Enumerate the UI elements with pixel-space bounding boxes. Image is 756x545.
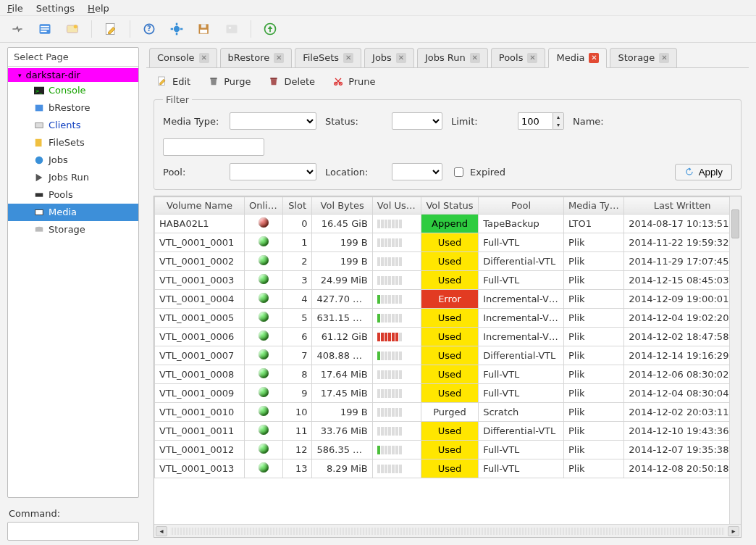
sidebar-item-jobs-run[interactable]: Jobs Run	[8, 169, 138, 186]
menu-help[interactable]: Help	[88, 3, 109, 14]
svg-rect-26	[35, 193, 43, 196]
col-volume-name[interactable]: Volume Name	[155, 197, 245, 215]
pool-select[interactable]	[230, 163, 316, 180]
table-row[interactable]: VTL_0001_0006661.12 GiBUsedIncremental-V…	[155, 328, 741, 346]
command-input[interactable]	[7, 522, 139, 541]
horizontal-scrollbar[interactable]: ◂ ▸	[154, 524, 741, 537]
tab-storage[interactable]: Storage✕	[610, 48, 677, 67]
tab-close-icon[interactable]: ✕	[343, 53, 353, 63]
expired-checkbox-wrap[interactable]: Expired	[451, 165, 509, 179]
table-row[interactable]: VTL_0001_00044427.70 MiBErrorIncremental…	[155, 290, 741, 309]
sidebar-item-pools[interactable]: Pools	[8, 186, 138, 204]
edit-doc-icon[interactable]	[101, 19, 121, 39]
table-row[interactable]: VTL_0001_00077408.88 MiBUsedDifferential…	[155, 346, 741, 365]
prune-button[interactable]: Prune	[332, 75, 375, 87]
tab-close-icon[interactable]: ✕	[527, 53, 537, 63]
col-vol-usage[interactable]: Vol Usage	[372, 197, 421, 215]
purge-button[interactable]: Purge	[208, 75, 251, 87]
image-icon[interactable]	[222, 19, 242, 39]
online-indicator-icon	[259, 293, 269, 303]
svg-text:?: ?	[147, 25, 151, 33]
apply-button[interactable]: Apply	[675, 164, 732, 180]
table-row[interactable]: VTL_0001_001212586.35 MiBUsedFull-VTLPli…	[155, 441, 741, 459]
expired-checkbox[interactable]	[454, 167, 463, 177]
svg-point-25	[35, 157, 43, 165]
col-last-written[interactable]: Last Written	[624, 197, 741, 215]
col-pool[interactable]: Pool	[479, 197, 564, 215]
help-icon[interactable]: ?	[139, 19, 159, 39]
online-indicator-icon	[259, 425, 269, 435]
online-indicator-icon	[259, 236, 269, 246]
tab-jobs[interactable]: Jobs✕	[364, 48, 414, 67]
col-online[interactable]: Online	[244, 197, 282, 215]
table-row[interactable]: VTL_0001_00022199 BUsedDifferential-VTLP…	[155, 252, 741, 271]
up-arrow-icon[interactable]	[260, 19, 280, 39]
scroll-right-icon[interactable]: ▸	[728, 526, 739, 536]
tab-close-icon[interactable]: ✕	[470, 53, 480, 63]
delete-label: Delete	[284, 76, 315, 87]
sidebar-item-brestore[interactable]: bRestore	[8, 99, 138, 117]
tab-brestore[interactable]: bRestore✕	[220, 48, 293, 67]
table-row[interactable]: VTL_0001_0003324.99 MiBUsedFull-VTLPlik2…	[155, 271, 741, 290]
sidebar-item-filesets[interactable]: FileSets	[8, 134, 138, 151]
status-select[interactable]	[392, 112, 442, 130]
table-row[interactable]: VTL_0001_0009917.45 MiBUsedFull-VTLPlik2…	[155, 384, 741, 403]
online-indicator-icon	[259, 444, 269, 454]
tree-root[interactable]: darkstar-dir	[8, 68, 138, 82]
location-select[interactable]	[392, 163, 442, 180]
limit-input[interactable]	[518, 112, 553, 130]
limit-label: Limit:	[451, 116, 509, 127]
table-row[interactable]: VTL_0001_0008817.64 MiBUsedFull-VTLPlik2…	[155, 365, 741, 384]
vertical-scrollbar[interactable]	[729, 196, 741, 524]
table-row[interactable]: VTL_0001_0013138.29 MiBUsedFull-VTLPlik2…	[155, 459, 741, 478]
tab-media[interactable]: Media✕	[548, 48, 607, 68]
delete-button[interactable]: Delete	[268, 75, 315, 87]
media-table-panel: Volume NameOnlineSlotVol BytesVol UsageV…	[154, 196, 742, 538]
page-tree[interactable]: darkstar-dir >_ConsolebRestoreClientsFil…	[8, 67, 138, 497]
tab-close-icon[interactable]: ✕	[589, 53, 599, 63]
gear-icon[interactable]	[167, 19, 187, 39]
menu-file[interactable]: File	[7, 3, 23, 14]
save-floppy-icon[interactable]	[194, 19, 214, 39]
table-row[interactable]: VTL_0001_00055631.15 MiBUsedIncremental-…	[155, 309, 741, 328]
sidebar-item-console[interactable]: >_Console	[8, 82, 138, 99]
table-row[interactable]: VTL_0001_00011199 BUsedFull-VTLPlik2014-…	[155, 233, 741, 252]
table-row[interactable]: VTL_0001_00111133.76 MiBUsedDifferential…	[155, 422, 741, 441]
sidebar-item-clients[interactable]: Clients	[8, 117, 138, 134]
name-input[interactable]	[163, 138, 264, 156]
col-media-type[interactable]: Media Type	[564, 197, 624, 215]
col-vol-bytes[interactable]: Vol Bytes	[312, 197, 372, 215]
media-table[interactable]: Volume NameOnlineSlotVol BytesVol UsageV…	[154, 196, 741, 478]
tab-close-icon[interactable]: ✕	[396, 53, 406, 63]
limit-spinner[interactable]: ▴▾	[518, 112, 564, 130]
table-row[interactable]: VTL_0001_001010199 BPurgedScratchPlik201…	[155, 403, 741, 422]
limit-down[interactable]: ▾	[553, 121, 563, 129]
list-icon[interactable]	[35, 19, 55, 39]
tab-console[interactable]: Console✕	[149, 48, 217, 67]
tab-close-icon[interactable]: ✕	[274, 53, 284, 63]
limit-up[interactable]: ▴	[553, 113, 563, 121]
jobs-run-icon	[34, 172, 44, 183]
tab-jobs-run[interactable]: Jobs Run✕	[417, 48, 488, 67]
sidebar-item-jobs[interactable]: Jobs	[8, 151, 138, 169]
col-slot[interactable]: Slot	[282, 197, 312, 215]
media-type-select[interactable]	[230, 112, 316, 130]
sidebar-item-media[interactable]: Media	[8, 204, 138, 221]
menu-settings[interactable]: Settings	[36, 3, 75, 14]
table-row[interactable]: HABA02L1016.45 GiBAppendTapeBackupLTO120…	[155, 215, 741, 233]
svg-rect-27	[35, 210, 43, 215]
tab-close-icon[interactable]: ✕	[659, 53, 669, 63]
tab-pools[interactable]: Pools✕	[491, 48, 546, 67]
scroll-left-icon[interactable]: ◂	[156, 526, 167, 536]
col-vol-status[interactable]: Vol Status	[421, 197, 478, 215]
storage-icon	[34, 225, 44, 235]
tree-root-label: darkstar-dir	[26, 70, 80, 80]
tab-filesets[interactable]: FileSets✕	[295, 48, 361, 67]
tab-label: FileSets	[303, 52, 339, 63]
edit-button[interactable]: Edit	[156, 75, 190, 87]
tab-close-icon[interactable]: ✕	[199, 53, 209, 63]
sidebar-item-storage[interactable]: Storage	[8, 221, 138, 238]
mail-icon[interactable]	[62, 19, 83, 39]
connect-icon[interactable]	[7, 19, 28, 39]
table-header-row[interactable]: Volume NameOnlineSlotVol BytesVol UsageV…	[155, 197, 741, 215]
